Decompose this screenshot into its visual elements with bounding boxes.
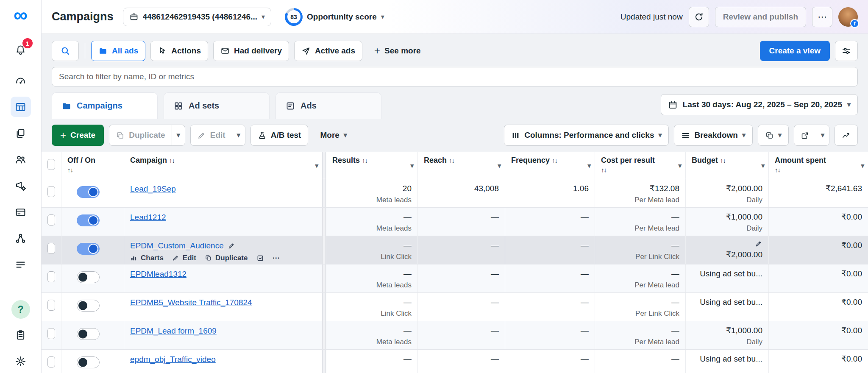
campaign-link[interactable]: Lead1212 — [130, 213, 166, 222]
breakdown-button[interactable]: Breakdown ▾ — [674, 125, 752, 146]
status-toggle[interactable] — [77, 356, 100, 368]
frozen-column-divider[interactable] — [322, 152, 326, 179]
table-row[interactable]: epdm_obj_Traffic_video — — — — Using ad … — [42, 350, 868, 373]
sort-icon: ↑↓ — [775, 166, 862, 173]
create-button[interactable]: + Create — [52, 125, 104, 146]
refresh-button[interactable] — [689, 7, 709, 27]
col-header-results[interactable]: Results ↑↓ ▾ — [326, 152, 417, 179]
table-row[interactable]: Lead_19Sep 20 Meta leads 43,008 1.06 ₹13… — [42, 179, 868, 208]
table-row[interactable]: EPDMlead1312 — Meta leads — — — Per Meta… — [42, 264, 868, 293]
status-toggle[interactable] — [77, 214, 100, 226]
account-selector[interactable]: 448612462919435 (44861246... ▾ — [123, 8, 272, 26]
chevron-down-icon[interactable]: ▾ — [861, 162, 864, 170]
status-toggle[interactable] — [77, 300, 100, 312]
filter-search-button[interactable] — [52, 41, 79, 61]
row-checkbox[interactable] — [47, 186, 55, 197]
more-options-button[interactable]: ⋯ — [812, 7, 832, 27]
chevron-down-icon[interactable]: ▾ — [678, 162, 682, 170]
ab-test-button[interactable]: A/B test — [250, 125, 309, 146]
sidebar-item-billing[interactable] — [11, 202, 31, 222]
export-button[interactable] — [794, 125, 816, 145]
campaign-link[interactable]: Lead_19Sep — [130, 184, 176, 194]
table-row[interactable]: EPDMB5_Website Traffic_170824 — Link Cli… — [42, 293, 868, 321]
col-header-budget[interactable]: Budget ↑↓ ▾ — [685, 152, 768, 179]
sidebar-item-ads-tools[interactable] — [11, 175, 31, 196]
duplicate-caret-button[interactable]: ▾ — [172, 125, 185, 145]
view-settings-button[interactable] — [835, 41, 858, 61]
tab-campaigns[interactable]: Campaigns — [52, 92, 158, 119]
budget-sub: Daily — [692, 196, 762, 204]
chevron-down-icon: ▾ — [262, 14, 265, 20]
col-header-reach[interactable]: Reach ↑↓ ▾ — [417, 152, 505, 179]
row-checkbox[interactable] — [47, 356, 55, 367]
status-toggle[interactable] — [77, 243, 100, 255]
sidebar-item-all-tools[interactable] — [11, 254, 31, 275]
edit-action[interactable]: Edit — [172, 254, 196, 262]
col-header-cost-per-result[interactable]: Cost per result ↑↓ ▾ — [595, 152, 685, 179]
sidebar-item-audiences[interactable] — [11, 149, 31, 170]
create-view-button[interactable]: Create a view — [760, 41, 830, 61]
campaign-link[interactable]: EPDMB5_Website Traffic_170824 — [130, 298, 252, 307]
table-row[interactable]: EPDM_Custom_Audience Charts Edit Duplica… — [42, 236, 868, 264]
campaign-link[interactable]: EPDM_Custom_Audience — [130, 241, 224, 251]
col-header-frequency[interactable]: Frequency ↑↓ ▾ — [505, 152, 595, 179]
charts-panel-button[interactable] — [835, 125, 858, 146]
sidebar-item-reports[interactable] — [11, 325, 31, 345]
filter-chip-actions[interactable]: Actions — [150, 41, 208, 61]
sidebar-item-pages[interactable] — [11, 123, 31, 143]
col-header-amount-spent[interactable]: Amount spent ↑↓ ▾ — [768, 152, 868, 179]
see-more-button[interactable]: + See more — [367, 41, 428, 61]
sidebar-item-business-tools[interactable] — [11, 228, 31, 248]
table-row[interactable]: EPDM_Lead form_1609 — Meta leads — — — P… — [42, 321, 868, 350]
chevron-down-icon[interactable]: ▾ — [315, 162, 318, 170]
date-range-selector[interactable]: Last 30 days: Aug 22, 2025 – Sep 20, 202… — [661, 94, 858, 115]
chevron-down-icon[interactable]: ▾ — [410, 162, 414, 170]
col-header-campaign[interactable]: Campaign ↑↓ ▾ — [124, 152, 322, 179]
sidebar-item-settings[interactable] — [11, 351, 31, 371]
duplicate-action[interactable]: Duplicate — [205, 254, 248, 262]
tab-ad-sets[interactable]: Ad sets — [164, 92, 270, 119]
select-all-checkbox[interactable] — [47, 159, 55, 170]
status-toggle[interactable] — [77, 328, 100, 340]
filter-chip-all-ads[interactable]: All ads — [91, 41, 145, 61]
opportunity-score[interactable]: 83 Opportunity score ▾ — [285, 8, 384, 26]
campaign-link[interactable]: EPDMlead1312 — [130, 270, 186, 279]
search-input[interactable] — [52, 67, 858, 86]
row-checkbox[interactable] — [47, 214, 55, 225]
edit-caret-button[interactable]: ▾ — [232, 125, 245, 145]
tab-ads[interactable]: Ads — [275, 92, 381, 119]
row-checkbox[interactable] — [47, 243, 55, 254]
chevron-down-icon[interactable]: ▾ — [587, 162, 591, 170]
view-charts-action[interactable] — [256, 254, 264, 262]
table-row[interactable]: Lead1212 — Meta leads — — — Per Meta lea… — [42, 208, 868, 236]
chevron-down-icon[interactable]: ▾ — [498, 162, 501, 170]
reports-layers-button[interactable]: ▾ — [758, 125, 789, 146]
review-publish-button[interactable]: Review and publish — [715, 7, 806, 27]
status-toggle[interactable] — [77, 186, 100, 198]
row-checkbox[interactable] — [47, 300, 55, 311]
campaign-link[interactable]: EPDM_Lead form_1609 — [130, 326, 217, 336]
export-caret-button[interactable]: ▾ — [816, 125, 829, 145]
edit-button[interactable]: Edit — [191, 125, 232, 145]
campaign-link[interactable]: epdm_obj_Traffic_video — [130, 355, 216, 364]
filter-chip-had-delivery[interactable]: Had delivery — [213, 41, 289, 61]
more-button[interactable]: More ▾ — [313, 125, 353, 146]
duplicate-button[interactable]: Duplicate — [109, 125, 172, 145]
budget-edit-icon[interactable] — [692, 240, 762, 249]
col-header-off-on[interactable]: Off / On ↑↓ — [61, 152, 124, 179]
charts-action[interactable]: Charts — [130, 254, 164, 262]
row-checkbox[interactable] — [47, 328, 55, 339]
columns-button[interactable]: Columns: Performance and clicks ▾ — [504, 125, 669, 146]
edit-name-icon[interactable] — [228, 242, 235, 250]
sidebar-item-overview[interactable] — [11, 70, 31, 91]
chevron-down-icon[interactable]: ▾ — [761, 162, 765, 170]
avatar[interactable]: f — [838, 7, 858, 27]
meta-logo-icon[interactable]: ∞ — [14, 5, 28, 25]
filter-chip-active-ads[interactable]: Active ads — [294, 41, 362, 61]
sidebar-item-campaigns[interactable] — [11, 97, 31, 117]
row-checkbox[interactable] — [47, 271, 55, 282]
more-actions-button[interactable]: ⋯ — [273, 253, 280, 262]
status-toggle[interactable] — [77, 271, 100, 283]
notifications-button[interactable]: 1 — [11, 40, 31, 60]
help-button[interactable]: ? — [11, 300, 30, 319]
